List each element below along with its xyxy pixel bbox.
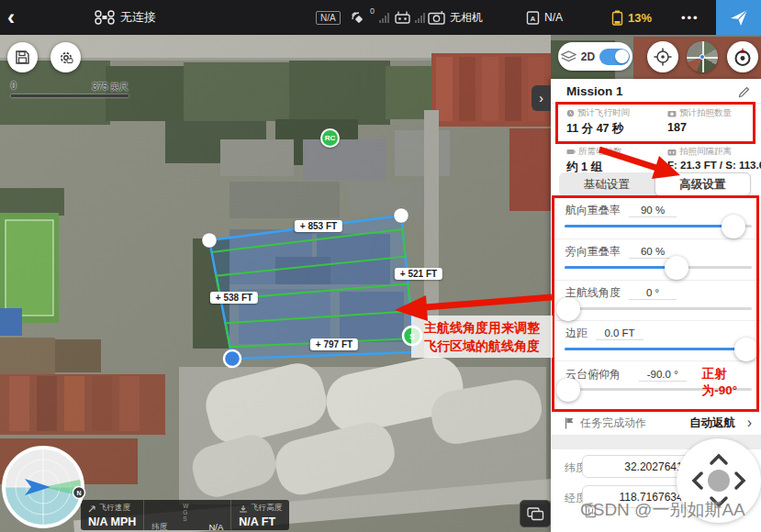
minimap-button[interactable] xyxy=(687,41,718,72)
vision-sensing-indicator: A N/A xyxy=(526,0,563,35)
stat-label: 预计拍照数量 xyxy=(679,107,732,119)
aircraft-connection-status: 无连接 xyxy=(94,0,156,35)
flight-mode-value: N/A xyxy=(316,11,341,25)
slider-thumb[interactable] xyxy=(556,378,580,402)
dpad-up-icon[interactable] xyxy=(711,456,726,463)
pencil-icon xyxy=(738,86,750,98)
slider-thumb[interactable] xyxy=(556,297,580,321)
battery-indicator: 13% xyxy=(611,0,652,35)
attitude-compass: N xyxy=(2,446,86,530)
start-fly-button[interactable] xyxy=(716,0,761,35)
scale-zero-label: 0 xyxy=(11,81,17,94)
stat-value: F: 21.3 FT / S: 113.6 FT xyxy=(667,160,761,171)
edit-mission-button[interactable] xyxy=(738,85,750,102)
locate-button[interactable] xyxy=(647,41,678,72)
edge-length-label: + 797 FT xyxy=(310,338,358,350)
slider-thumb[interactable] xyxy=(722,215,745,238)
altitude-label: 飞行高度 xyxy=(251,503,282,514)
back-button[interactable]: ‹ xyxy=(7,0,15,35)
back-chevron-icon: ‹ xyxy=(7,5,15,30)
speed-section: 飞行速度 N/A MPH xyxy=(81,500,143,530)
settings-button[interactable] xyxy=(50,42,81,72)
map-mode-pill: 2D xyxy=(558,42,632,71)
telemetry-lat-label: 纬度 xyxy=(151,522,167,532)
ellipsis-icon: ••• xyxy=(681,11,699,25)
rc-location-marker: RC xyxy=(320,128,340,148)
finish-action-value: 自动返航 xyxy=(689,416,735,431)
slider-value-field[interactable]: 60 % xyxy=(629,246,677,259)
altitude-section: 飞行高度 N/A FT xyxy=(230,500,289,530)
edge-length-label: + 853 FT xyxy=(295,220,342,232)
map-layers-icon xyxy=(527,507,544,521)
watermark: CSDN @一别如斯AA xyxy=(580,498,761,522)
route-angle-slider[interactable] xyxy=(565,307,752,310)
slider-value-field[interactable]: -90.0 ° xyxy=(639,369,687,382)
chevron-right-icon: › xyxy=(747,415,752,431)
speed-icon xyxy=(88,504,96,513)
save-mission-button[interactable] xyxy=(7,42,38,72)
heading-overlap-slider[interactable] xyxy=(565,225,752,227)
view-mode-label: 2D xyxy=(581,50,595,63)
compass-icon xyxy=(732,46,754,68)
compass-button[interactable] xyxy=(727,41,758,72)
gps-coords-section: WGS 纬度N/A 经度N/A xyxy=(143,500,230,530)
margin-slider[interactable] xyxy=(565,348,752,350)
remote-controller-icon xyxy=(395,11,410,24)
map-style-button[interactable] xyxy=(520,500,551,527)
connection-status-label: 无连接 xyxy=(120,9,156,26)
satellite-icon xyxy=(351,11,365,25)
stat-photo-count: 预计拍照数量 xyxy=(667,107,732,119)
layers-icon xyxy=(561,50,576,63)
side-overlap-slider[interactable] xyxy=(565,266,752,269)
slider-value-field[interactable]: 0 ° xyxy=(629,287,677,300)
slider-thumb[interactable] xyxy=(734,338,758,361)
tab-advanced-settings[interactable]: 高级设置 xyxy=(655,172,752,196)
gimbal-pitch-annotation: 正射为-90° xyxy=(702,366,761,399)
camera-status-label: 无相机 xyxy=(450,10,483,26)
svg-text:N: N xyxy=(76,490,81,496)
sensing-icon: A xyxy=(526,11,540,25)
slider-value-field[interactable]: 0.0 FT xyxy=(596,327,643,340)
flight-mode-indicator: N/A xyxy=(316,0,341,35)
stat-battery-count: 所需电池数 xyxy=(566,146,622,158)
gps-signal-bars xyxy=(379,13,389,23)
stat-value: 11 分 47 秒 xyxy=(566,121,624,137)
collapse-chevron-icon: › xyxy=(539,91,543,105)
flag-icon xyxy=(565,417,575,429)
dpad-right-icon[interactable] xyxy=(736,473,744,488)
more-menu-button[interactable]: ••• xyxy=(681,0,699,35)
tab-basic-settings[interactable]: 基础设置 xyxy=(559,172,655,196)
stat-photo-interval: 拍照间隔距离 xyxy=(667,146,732,158)
settings-tabs: 基础设置 高级设置 xyxy=(559,172,751,196)
gear-icon xyxy=(58,50,74,66)
slider-label: 边距 xyxy=(565,326,588,341)
rc-signal-bars xyxy=(415,13,425,23)
telemetry-lat-value: N/A xyxy=(208,522,223,532)
dpad-left-icon[interactable] xyxy=(694,473,701,488)
drone-icon xyxy=(94,10,116,25)
rc-marker-label: RC xyxy=(325,134,336,142)
photo-count-icon xyxy=(667,110,677,117)
slider-row-side-overlap: 旁向重叠率 60 % xyxy=(551,239,761,281)
finish-action-row[interactable]: 任务完成动作 自动返航 › xyxy=(551,411,761,435)
dpad-center-handle[interactable] xyxy=(708,470,730,492)
slider-value-field[interactable]: 90 % xyxy=(629,205,677,217)
sensing-value: N/A xyxy=(544,11,563,24)
finish-action-label: 任务完成动作 xyxy=(580,416,646,431)
slider-row-margin: 边距 0.0 FT xyxy=(551,321,761,361)
gimbal-pitch-slider[interactable] xyxy=(565,388,752,391)
stat-label: 预计飞行时间 xyxy=(577,107,630,119)
wgs-label: WGS xyxy=(183,503,188,522)
speed-value: N/A MPH xyxy=(88,515,136,528)
clock-icon xyxy=(566,109,575,117)
edge-length-label: + 521 FT xyxy=(395,268,442,280)
mission-panel: › Mission 1 预计飞行时间 11 分 47 秒 预计拍照数量 187 … xyxy=(551,79,761,532)
speed-label: 飞行速度 xyxy=(99,503,130,514)
slider-thumb[interactable] xyxy=(665,256,688,280)
2d-3d-toggle[interactable] xyxy=(599,49,630,65)
panel-collapse-tab[interactable]: › xyxy=(532,85,551,111)
stat-value: 187 xyxy=(667,121,687,134)
mission-title: Mission 1 xyxy=(566,84,623,98)
camera-icon xyxy=(428,11,445,25)
map-scale: 0 375 英尺 xyxy=(11,81,129,97)
